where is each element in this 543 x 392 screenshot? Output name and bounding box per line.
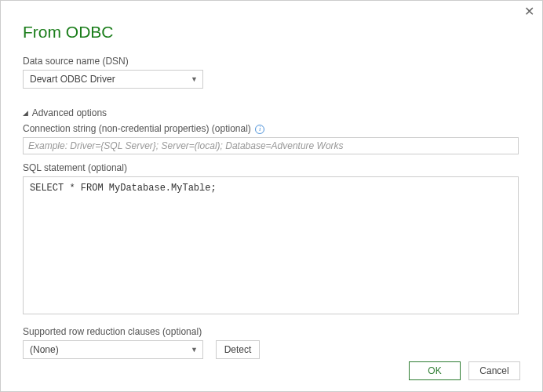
page-title: From ODBC <box>23 23 520 42</box>
dialog-footer: OK Cancel <box>409 361 520 380</box>
advanced-options-label: Advanced options <box>32 107 107 118</box>
connection-string-label: Connection string (non-credential proper… <box>23 123 520 134</box>
detect-button[interactable]: Detect <box>216 340 260 359</box>
chevron-down-icon: ▼ <box>191 341 198 358</box>
dsn-select[interactable]: Devart ODBC Driver ▼ <box>23 70 203 89</box>
chevron-down-icon: ▼ <box>191 71 198 88</box>
connection-string-input[interactable] <box>23 137 519 154</box>
sql-statement-input[interactable] <box>23 176 519 314</box>
info-icon[interactable]: i <box>255 125 264 134</box>
expanded-triangle-icon: ◢ <box>23 109 28 117</box>
advanced-options-toggle[interactable]: ◢ Advanced options <box>23 107 520 118</box>
dsn-label: Data source name (DSN) <box>23 56 520 67</box>
row-reduction-selected-value: (None) <box>30 344 59 355</box>
cancel-button[interactable]: Cancel <box>468 361 520 380</box>
row-reduction-label: Supported row reduction clauses (optiona… <box>23 326 520 337</box>
sql-statement-label: SQL statement (optional) <box>23 162 520 173</box>
close-icon[interactable]: ✕ <box>524 5 534 18</box>
dialog-content: From ODBC Data source name (DSN) Devart … <box>1 1 542 370</box>
ok-button[interactable]: OK <box>409 361 461 380</box>
dsn-selected-value: Devart ODBC Driver <box>30 74 115 85</box>
row-reduction-select[interactable]: (None) ▼ <box>23 340 203 359</box>
